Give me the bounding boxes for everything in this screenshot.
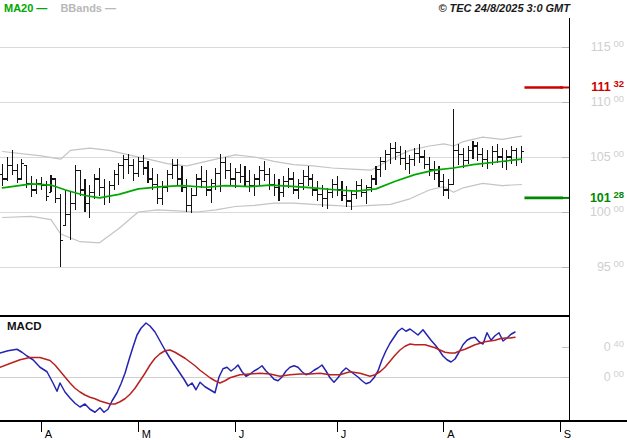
svg-text:110 00: 110 00 [591,93,624,109]
price-axis-labels: 115 00110 00105 00100 0095 00 [590,38,624,274]
month-tick-label: J [239,428,245,440]
price-chart-area[interactable] [0,20,570,315]
month-axis: AMJJAS [41,421,571,440]
svg-text:0 40: 0 40 [604,338,624,354]
macd-chart-area[interactable] [0,317,570,421]
svg-text:105 00: 105 00 [590,148,624,164]
month-tick-label: J [341,428,347,440]
chart-window: MA20— BBands— © TEC 24/8/2025 3:0 GMT MA… [0,0,627,440]
bbands-line-swatch: — [105,2,116,14]
legend-ma20-label: MA20 [4,2,33,14]
svg-text:0 00: 0 00 [604,368,624,384]
svg-text:100 00: 100 00 [590,203,624,219]
month-tick-label: M [142,428,151,440]
copyright-text: © TEC 24/8/2025 3:0 GMT [438,2,570,14]
svg-text:115 00: 115 00 [591,38,624,54]
svg-text:95 00: 95 00 [597,258,624,274]
month-tick-label: A [45,428,53,440]
macd-axis-labels: 0 400 00 [604,338,624,384]
macd-panel-label: MACD [7,320,42,332]
ma20-line-swatch: — [36,2,47,14]
month-tick-label: A [447,428,455,440]
month-tick-label: S [564,428,571,440]
legend-item-ma20[interactable]: MA20— [4,2,47,14]
legend: MA20— BBands— [4,2,126,14]
legend-bbands-label: BBands [60,2,102,14]
legend-item-bbands[interactable]: BBands— [60,2,116,14]
